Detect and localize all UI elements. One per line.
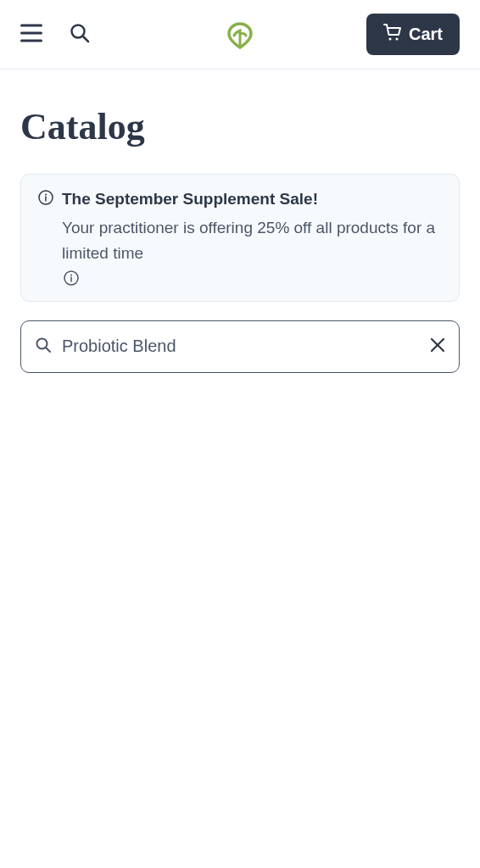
search-input[interactable]: Probiotic Blend	[20, 320, 460, 373]
promo-banner: The September Supplement Sale! Your prac…	[20, 174, 460, 302]
page-title: Catalog	[0, 70, 480, 174]
menu-icon[interactable]	[20, 24, 42, 46]
banner-body: Your practitioner is offering 25% off al…	[38, 215, 442, 286]
info-icon	[38, 190, 53, 209]
cart-label: Cart	[409, 25, 443, 44]
clear-icon[interactable]	[430, 337, 445, 356]
search-wrapper: Probiotic Blend Ingredients Probiotic Bl…	[20, 320, 460, 373]
svg-point-6	[395, 38, 398, 41]
svg-point-5	[388, 38, 391, 41]
logo-icon[interactable]	[222, 15, 258, 54]
search-input-text: Probiotic Blend	[62, 337, 420, 356]
cart-icon	[383, 24, 402, 45]
svg-point-8	[45, 194, 47, 196]
svg-point-11	[70, 274, 72, 275]
banner-body-text: Your practitioner is offering 25% off al…	[62, 215, 442, 267]
cart-button[interactable]: Cart	[366, 14, 460, 55]
svg-line-14	[47, 348, 51, 352]
banner-title: The September Supplement Sale!	[62, 190, 318, 209]
search-icon[interactable]	[70, 23, 90, 47]
svg-point-13	[37, 338, 47, 348]
header-left	[20, 23, 90, 47]
header: Cart	[0, 0, 480, 70]
info-icon[interactable]	[64, 270, 79, 286]
svg-line-4	[83, 36, 88, 42]
banner-title-row: The September Supplement Sale!	[38, 190, 442, 209]
search-icon	[35, 337, 52, 357]
